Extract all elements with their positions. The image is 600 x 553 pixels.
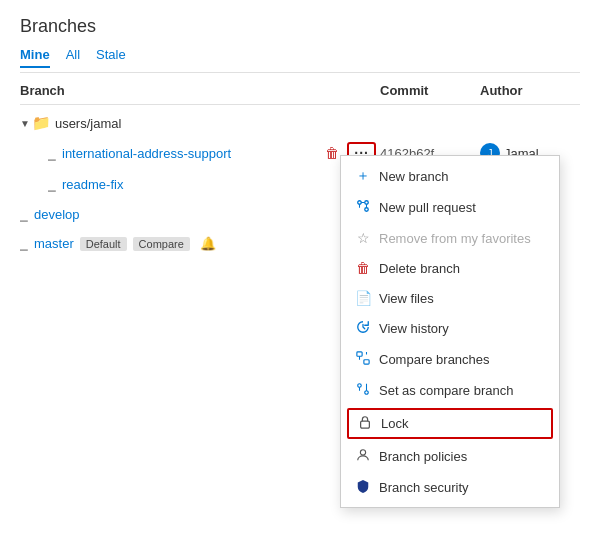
compare-icon — [355, 351, 371, 368]
branch-col: ⎯ master Default Compare 🔔 — [20, 234, 363, 253]
lock-icon — [357, 415, 373, 432]
menu-label: New pull request — [379, 200, 476, 215]
svg-point-0 — [358, 201, 362, 205]
branch-icon: ⎯ — [20, 236, 28, 251]
branch-icon: ⎯ — [48, 146, 56, 161]
table-header: Branch Commit Author — [20, 77, 580, 105]
trash-icon: 🗑 — [355, 260, 371, 276]
pull-request-icon — [355, 199, 371, 216]
menu-item-view-history[interactable]: View history — [341, 313, 559, 344]
branch-name[interactable]: develop — [34, 207, 80, 222]
branch-col: ⎯ international-address-support — [48, 146, 321, 161]
file-icon: 📄 — [355, 290, 371, 306]
history-icon — [355, 320, 371, 337]
menu-label: Branch security — [379, 480, 469, 495]
group-label: users/jamal — [55, 116, 121, 131]
menu-label: Branch policies — [379, 449, 467, 464]
bell-icon[interactable]: 🔔 — [196, 234, 220, 253]
header-author: Author — [480, 83, 580, 98]
tabs-bar: Mine All Stale — [20, 47, 580, 73]
menu-item-delete-branch[interactable]: 🗑 Delete branch — [341, 253, 559, 283]
menu-item-new-pull-request[interactable]: New pull request — [341, 192, 559, 223]
branch-name[interactable]: master — [34, 236, 74, 251]
branch-icon: ⎯ — [20, 207, 28, 222]
menu-item-lock[interactable]: Lock — [347, 408, 553, 439]
menu-label: Delete branch — [379, 261, 460, 276]
context-menu: ＋ New branch New pull request ☆ Remove f… — [340, 155, 560, 508]
chevron-down-icon[interactable]: ▼ — [20, 118, 30, 129]
policy-icon — [355, 448, 371, 465]
menu-label: Set as compare branch — [379, 383, 513, 398]
menu-label: View history — [379, 321, 449, 336]
header-branch: Branch — [20, 83, 380, 98]
menu-item-view-files[interactable]: 📄 View files — [341, 283, 559, 313]
tab-all[interactable]: All — [66, 47, 80, 68]
menu-label: Compare branches — [379, 352, 490, 367]
page-title: Branches — [20, 16, 580, 37]
plus-icon: ＋ — [355, 167, 371, 185]
menu-item-branch-security[interactable]: Branch security — [341, 472, 559, 503]
branch-name[interactable]: readme-fix — [62, 177, 123, 192]
menu-label: Lock — [381, 416, 408, 431]
menu-item-branch-policies[interactable]: Branch policies — [341, 441, 559, 472]
svg-point-6 — [365, 391, 369, 395]
folder-icon: 📁 — [32, 114, 51, 132]
set-compare-icon — [355, 382, 371, 399]
shield-icon — [355, 479, 371, 496]
menu-label: Remove from my favorites — [379, 231, 531, 246]
header-commit: Commit — [380, 83, 480, 98]
svg-rect-7 — [361, 421, 370, 428]
menu-label: View files — [379, 291, 434, 306]
tag-compare: Compare — [133, 237, 190, 251]
star-outline-icon: ☆ — [355, 230, 371, 246]
tab-stale[interactable]: Stale — [96, 47, 126, 68]
menu-label: New branch — [379, 169, 448, 184]
svg-point-5 — [358, 384, 362, 388]
svg-point-1 — [365, 208, 369, 212]
branch-col: ⎯ develop — [20, 207, 354, 222]
menu-item-compare-branches[interactable]: Compare branches — [341, 344, 559, 375]
svg-point-8 — [360, 450, 365, 455]
svg-rect-3 — [357, 352, 362, 356]
svg-rect-4 — [364, 360, 369, 364]
branch-col: ⎯ readme-fix — [48, 177, 354, 192]
tag-default: Default — [80, 237, 127, 251]
menu-item-set-compare-branch[interactable]: Set as compare branch — [341, 375, 559, 406]
menu-item-new-branch[interactable]: ＋ New branch — [341, 160, 559, 192]
branch-name[interactable]: international-address-support — [62, 146, 231, 161]
svg-point-2 — [365, 201, 369, 205]
group-header-row: ▼ 📁 users/jamal — [20, 109, 580, 137]
branch-icon: ⎯ — [48, 177, 56, 192]
tab-mine[interactable]: Mine — [20, 47, 50, 68]
page-container: Branches Mine All Stale Branch Commit Au… — [0, 0, 600, 274]
menu-item-remove-favorites: ☆ Remove from my favorites — [341, 223, 559, 253]
